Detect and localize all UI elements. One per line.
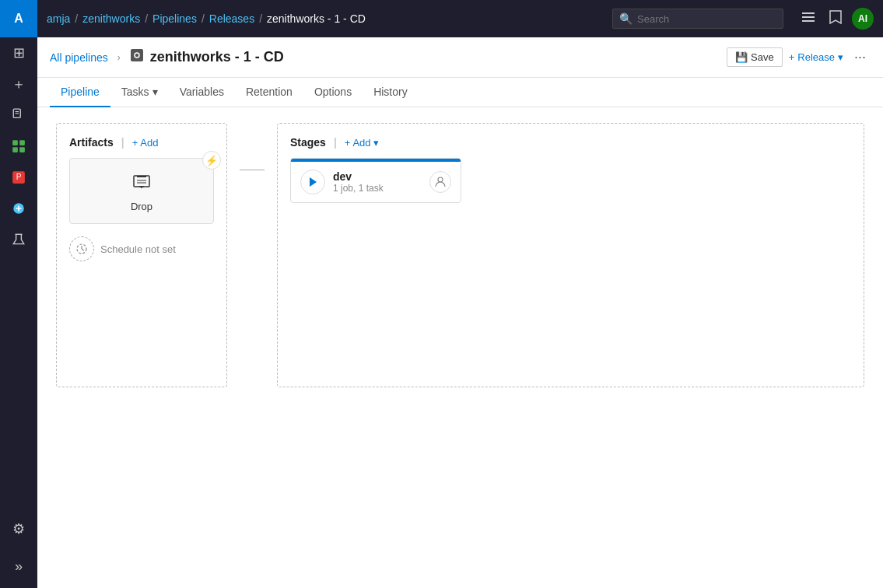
pipeline-icon	[130, 48, 144, 66]
breadcrumb-amja[interactable]: amja	[47, 12, 70, 25]
breadcrumb-current: zenithworks - 1 - CD	[267, 12, 366, 25]
tab-options[interactable]: Options	[303, 78, 363, 107]
svg-text:P: P	[16, 173, 22, 181]
header-actions: 💾 Save + Release ▾ ···	[727, 47, 871, 67]
stages-header: Stages | + Add ▾	[290, 136, 851, 149]
tab-tasks-arrow-icon: ▾	[152, 86, 158, 98]
stages-add-arrow-icon: ▾	[373, 137, 379, 149]
all-pipelines-link[interactable]: All pipelines	[50, 51, 108, 64]
stage-info: dev 1 job, 1 task	[333, 170, 422, 194]
svg-rect-16	[134, 176, 149, 187]
stages-add-plus-icon: +	[345, 137, 351, 149]
svg-point-25	[438, 177, 443, 182]
svg-rect-17	[137, 176, 146, 177]
breadcrumb-zenithworks[interactable]: zenithworks	[82, 12, 140, 25]
tab-retention[interactable]: Retention	[235, 78, 303, 107]
stage-subtitle: 1 job, 1 task	[333, 183, 422, 194]
tabs-bar: Pipeline Tasks ▾ Variables Retention Opt…	[37, 78, 883, 107]
more-options-button[interactable]: ···	[850, 47, 871, 67]
sidebar-item-pipelines[interactable]	[0, 193, 37, 224]
artifact-name: Drop	[131, 201, 152, 212]
artifacts-add-button[interactable]: + Add	[132, 137, 159, 149]
stage-name: dev	[333, 170, 422, 183]
svg-rect-14	[131, 49, 143, 61]
tab-tasks-label: Tasks	[121, 86, 149, 98]
save-icon: 💾	[735, 51, 748, 63]
tab-history[interactable]: History	[363, 78, 419, 107]
sidebar-settings[interactable]: ⚙	[0, 513, 37, 544]
sidebar-item-repo[interactable]	[0, 100, 37, 131]
sidebar-item-flask[interactable]	[0, 224, 37, 255]
stage-card-body: dev 1 job, 1 task	[291, 162, 461, 202]
svg-rect-3	[12, 140, 18, 145]
artifacts-section: Artifacts | + Add ⚡	[56, 123, 227, 387]
release-plus-icon: +	[789, 51, 795, 63]
topbar-actions: AI	[797, 6, 874, 32]
svg-rect-4	[19, 140, 25, 145]
page-header: All pipelines › zenithworks - 1 - CD 💾 S…	[37, 37, 883, 78]
stage-approver-button[interactable]	[429, 171, 451, 193]
svg-line-24	[82, 249, 84, 250]
pipeline-canvas: Artifacts | + Add ⚡	[37, 107, 883, 588]
breadcrumb-releases[interactable]: Releases	[209, 12, 254, 25]
release-label: Release	[797, 51, 835, 63]
artifact-trigger-icon[interactable]: ⚡	[202, 151, 221, 170]
save-label: Save	[751, 51, 774, 63]
release-chevron-icon: ▾	[838, 51, 843, 63]
user-avatar[interactable]: AI	[852, 8, 874, 30]
schedule-text: Schedule not set	[100, 243, 176, 255]
tab-variables[interactable]: Variables	[169, 78, 235, 107]
stage-dev-card[interactable]: dev 1 job, 1 task	[290, 158, 461, 203]
breadcrumb-pipelines[interactable]: Pipelines	[152, 12, 197, 25]
sidebar-item-redcard[interactable]: P	[0, 162, 37, 193]
breadcrumb-sep-3: /	[201, 12, 205, 25]
breadcrumb-sep-2: /	[145, 12, 148, 25]
content-area: All pipelines › zenithworks - 1 - CD 💾 S…	[37, 37, 883, 588]
bookmark-button[interactable]	[825, 6, 846, 32]
search-box[interactable]: 🔍	[612, 9, 783, 29]
release-button[interactable]: + Release ▾	[789, 51, 843, 63]
breadcrumb: amja / zenithworks / Pipelines / Release…	[47, 12, 366, 25]
svg-rect-5	[12, 147, 18, 152]
schedule-icon	[69, 236, 94, 261]
sidebar-item-board[interactable]	[0, 131, 37, 162]
artifact-drop-card[interactable]: ⚡ Drop	[69, 158, 214, 224]
main-content: amja / zenithworks / Pipelines / Release…	[37, 0, 883, 588]
page-title: zenithworks - 1 - CD	[150, 49, 284, 65]
chevron-right-icon: ›	[117, 52, 121, 63]
logo-text: A	[14, 12, 23, 26]
stages-label: Stages	[290, 136, 326, 149]
artifacts-add-plus-icon: +	[132, 137, 138, 149]
breadcrumb-sep-4: /	[259, 12, 262, 25]
breadcrumb-sep-1: /	[75, 12, 78, 25]
topbar: amja / zenithworks / Pipelines / Release…	[37, 0, 883, 37]
connector-line	[240, 170, 265, 170]
sidebar-logo[interactable]: A	[0, 0, 37, 37]
sidebar-item-add[interactable]: ＋	[0, 68, 37, 100]
artifacts-header: Artifacts | + Add	[69, 136, 214, 149]
svg-rect-6	[19, 147, 25, 152]
tab-tasks[interactable]: Tasks ▾	[110, 78, 169, 107]
svg-rect-12	[802, 16, 815, 18]
tab-pipeline[interactable]: Pipeline	[50, 78, 110, 107]
list-view-button[interactable]	[797, 6, 819, 32]
svg-rect-11	[802, 12, 815, 14]
svg-rect-13	[802, 20, 815, 22]
schedule-row: Schedule not set	[69, 233, 214, 264]
artifact-build-icon	[131, 170, 152, 196]
stages-section: Stages | + Add ▾	[277, 123, 864, 387]
stages-add-label: Add	[352, 137, 370, 149]
save-button[interactable]: 💾 Save	[727, 47, 783, 67]
sidebar-expand[interactable]: »	[0, 551, 37, 582]
search-input[interactable]	[637, 13, 776, 25]
sidebar: A ⊞ ＋ P ⚙ »	[0, 0, 37, 588]
artifacts-label: Artifacts	[69, 136, 114, 149]
search-icon: 🔍	[619, 12, 632, 25]
stage-trigger-icon	[300, 170, 325, 194]
artifacts-add-label: Add	[140, 137, 158, 149]
stages-add-button[interactable]: + Add ▾	[345, 137, 379, 149]
sidebar-item-home[interactable]: ⊞	[0, 37, 37, 68]
